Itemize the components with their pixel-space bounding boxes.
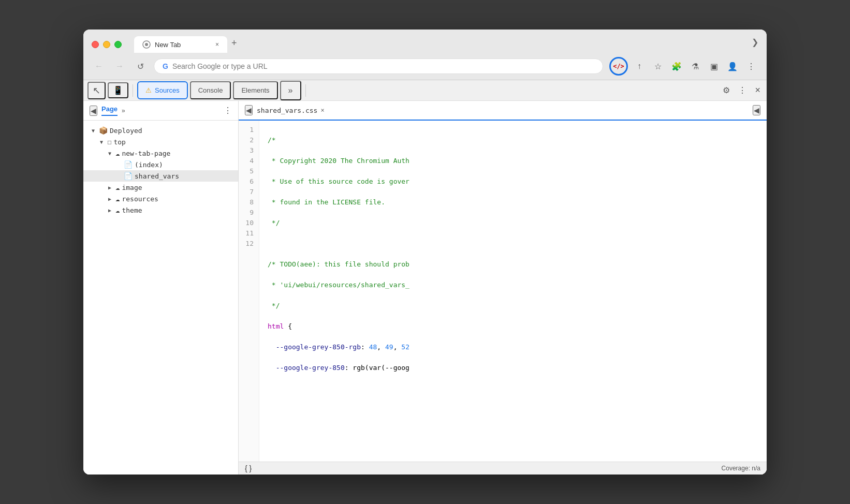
forward-icon: → [115, 62, 124, 71]
sources-tab-label: Sources [155, 86, 180, 94]
devtools-settings-button[interactable]: ⚙ [721, 83, 732, 97]
bookmark-button[interactable]: ☆ [651, 59, 665, 73]
minimize-window-button[interactable] [103, 41, 110, 48]
devtools-body: ◀ Page » ⋮ ▼ 📦 Deployed [83, 101, 767, 475]
index-label: (index) [135, 161, 163, 169]
line-num-5: 5 [239, 166, 259, 176]
code-panel-collapse-button[interactable]: ◀ [245, 105, 253, 115]
tab-title: New Tab [155, 41, 181, 49]
devtools-close-button[interactable]: × [753, 83, 763, 98]
page-tab[interactable]: Page [101, 105, 118, 116]
devtools-more-button[interactable]: ⋮ [736, 83, 749, 97]
profile-icon: 👤 [727, 62, 738, 71]
menu-button[interactable]: ⋮ [744, 59, 758, 73]
extensions-button[interactable]: 🧩 [669, 59, 684, 73]
google-icon: G [163, 62, 168, 70]
refresh-button[interactable]: ↺ [133, 59, 148, 73]
panel-menu-button[interactable]: ⋮ [224, 106, 232, 115]
tab-overflow-button[interactable]: ❯ [752, 37, 758, 47]
tree-item-sharedvars[interactable]: 📄 shared_vars [83, 170, 238, 182]
panel-header: ◀ Page » ⋮ [83, 101, 238, 121]
tree-item-theme[interactable]: ▶ ☁ theme [83, 204, 238, 216]
tab-device[interactable]: 📱 [108, 82, 128, 98]
expand-arrow: ▶ [108, 196, 115, 202]
devtools-header: ↖ 📱 ⚠ Sources Console Elements » ⚙ ⋮ [83, 80, 767, 101]
panel-collapse-button[interactable]: ◀ [90, 106, 97, 116]
tab-sources[interactable]: ⚠ Sources [137, 81, 188, 99]
code-line-1: /* [268, 135, 767, 145]
browser-toolbar: </> ↑ ☆ 🧩 ⚗ ▣ 👤 ⋮ [609, 57, 758, 76]
panel-more-button[interactable]: » [122, 107, 125, 114]
index-icon: 📄 [124, 160, 133, 169]
expand-arrow: ▶ [108, 185, 115, 190]
close-window-button[interactable] [92, 41, 99, 48]
maximize-window-button[interactable] [114, 41, 122, 48]
tree-item-top[interactable]: ▼ ☐ top [83, 136, 238, 147]
sharedvars-label: shared_vars [135, 172, 179, 180]
search-placeholder: Search Google or type a URL [172, 62, 268, 70]
chrome-icon [142, 40, 151, 49]
code-line-7: /* TODO(aee): this file should prob [268, 259, 767, 270]
star-icon: ☆ [654, 62, 662, 71]
code-tab-close-button[interactable]: × [320, 107, 324, 114]
tab-console[interactable]: Console [190, 81, 231, 99]
collapse-right-icon: ◀ [754, 106, 759, 114]
lab-button[interactable]: ⚗ [688, 59, 702, 73]
address-input[interactable]: G Search Google or type a URL [154, 58, 603, 74]
coverage-label: Coverage: n/a [722, 465, 760, 472]
sidebar-icon: ▣ [710, 62, 718, 71]
line-num-3: 3 [239, 145, 259, 156]
sharedvars-icon: 📄 [124, 172, 133, 180]
line-num-7: 7 [239, 187, 259, 197]
css-file-name: shared_vars.css [257, 107, 317, 114]
devtools-button[interactable]: </> [609, 57, 628, 76]
puzzle-icon: 🧩 [671, 62, 682, 71]
refresh-icon: ↺ [137, 62, 144, 71]
share-button[interactable]: ↑ [632, 59, 647, 73]
code-line-3: * Use of this source code is gover [268, 176, 767, 187]
code-panel-right-collapse[interactable]: ◀ [753, 105, 760, 115]
tree-item-index[interactable]: 📄 (index) [83, 159, 238, 170]
pretty-print-button[interactable]: { } [245, 464, 252, 472]
file-panel: ◀ Page » ⋮ ▼ 📦 Deployed [83, 101, 239, 475]
deployed-label: Deployed [110, 127, 142, 135]
tab-area: New Tab × + [134, 36, 241, 53]
resources-label: resources [122, 195, 158, 203]
forward-button[interactable]: → [112, 59, 127, 73]
more-tabs-icon: » [288, 86, 293, 95]
tree-item-deployed[interactable]: ▼ 📦 Deployed [83, 125, 238, 136]
active-tab[interactable]: New Tab × [134, 36, 227, 53]
back-icon: ← [95, 62, 103, 71]
collapse-left-icon: ◀ [246, 106, 252, 114]
profile-button[interactable]: 👤 [725, 59, 740, 73]
tab-elements[interactable]: Elements [233, 81, 277, 99]
line-num-1: 1 [239, 125, 259, 135]
code-header-right: ◀ [753, 105, 760, 115]
tab-close-button[interactable]: × [215, 41, 219, 48]
share-icon: ↑ [637, 62, 641, 71]
top-icon: ☐ [107, 138, 111, 146]
code-line-6 [268, 239, 767, 249]
code-line-8: * 'ui/webui/resources/shared_vars_ [268, 280, 767, 290]
tree-item-resources[interactable]: ▶ ☁ resources [83, 193, 238, 204]
tab-more[interactable]: » [280, 81, 301, 100]
newtabpage-label: new-tab-page [122, 150, 170, 157]
code-line-9: */ [268, 301, 767, 311]
tree-item-image[interactable]: ▶ ☁ image [83, 182, 238, 193]
back-button[interactable]: ← [92, 59, 106, 73]
newtabpage-icon: ☁ [115, 149, 120, 157]
sidebar-button[interactable]: ▣ [707, 59, 721, 73]
device-icon: 📱 [113, 85, 123, 95]
tab-inspector[interactable]: ↖ [87, 82, 106, 99]
line-num-9: 9 [239, 207, 259, 218]
devtools-header-right: ⚙ ⋮ × [721, 83, 763, 98]
image-icon: ☁ [115, 183, 120, 191]
devtools-icon: </> [613, 63, 624, 70]
image-label: image [122, 184, 142, 191]
file-tree: ▼ 📦 Deployed ▼ ☐ top [83, 121, 238, 475]
line-num-11: 11 [239, 228, 259, 239]
tree-item-newtabpage[interactable]: ▼ ☁ new-tab-page [83, 147, 238, 159]
elements-tab-label: Elements [241, 86, 269, 94]
code-editor[interactable]: 1 2 3 4 5 6 7 8 9 10 11 12 /* * Copyrigh… [239, 121, 767, 462]
new-tab-button[interactable]: + [227, 36, 241, 51]
